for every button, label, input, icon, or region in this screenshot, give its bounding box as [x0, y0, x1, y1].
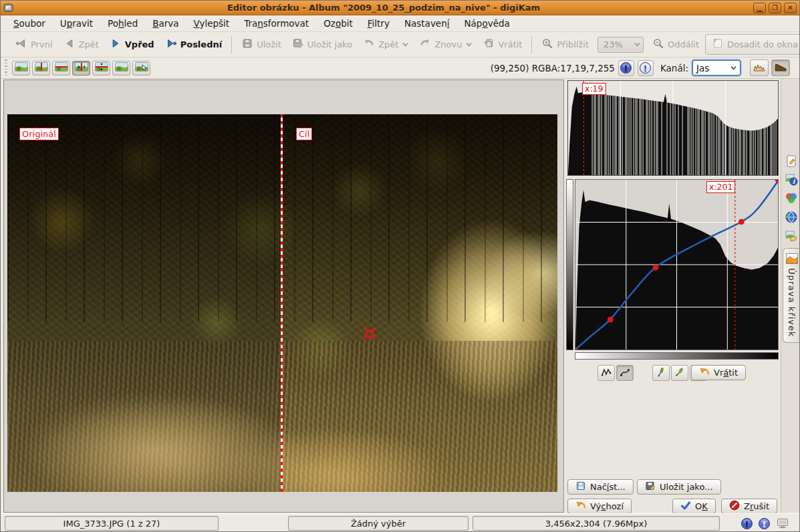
- defaults-button[interactable]: Výchozí: [567, 499, 632, 514]
- menu-enhance[interactable]: Vylepšit: [186, 16, 237, 31]
- zoom-level-value: 23%: [604, 39, 629, 49]
- split-separator-line[interactable]: [281, 114, 283, 492]
- menu-file[interactable]: Soubor: [6, 16, 53, 31]
- tool-option-bar: (99,250) RGBA:17,19,7,255 ! ! Kanál: Jas: [1, 57, 799, 79]
- first-button[interactable]: První: [11, 35, 57, 54]
- target-label: Cíl: [296, 128, 312, 140]
- status-size-info: 3,456x2,304 (7.96Mpx): [473, 516, 720, 531]
- zoom-in-button[interactable]: Přiblížit: [537, 35, 593, 54]
- undo-button[interactable]: Zpět: [358, 35, 413, 54]
- preview-mode-target-button[interactable]: [112, 61, 130, 76]
- curve-editor[interactable]: x:201: [575, 179, 779, 350]
- go-forward-icon: [110, 37, 122, 51]
- preview-mode-split-vertical-button[interactable]: [32, 61, 50, 76]
- status-bar: IMG_3733.JPG (1 z 27) Žádný výběr 3,456x…: [1, 513, 799, 532]
- sidebar-tab-captions[interactable]: i: [784, 172, 799, 187]
- zoom-in-icon: [541, 37, 553, 51]
- revert-button[interactable]: Vrátit: [478, 35, 527, 54]
- close-button[interactable]: ✕: [784, 3, 797, 13]
- sidebar-tab-metadata[interactable]: [784, 229, 799, 244]
- black-point-picker-button[interactable]: [652, 365, 670, 381]
- save-as-button[interactable]: Uložit jako: [287, 35, 357, 54]
- go-first-icon: [15, 37, 27, 51]
- output-gradient-bar: [566, 179, 573, 350]
- channel-value: Jas: [696, 63, 726, 74]
- photo-original-half[interactable]: [7, 114, 282, 492]
- linear-histogram-button[interactable]: [750, 59, 769, 76]
- chevron-down-icon: [634, 42, 640, 47]
- gray-point-picker-button[interactable]: [671, 365, 688, 381]
- preview-mode-split-horizontal-sync-button[interactable]: [92, 61, 110, 76]
- save-as-icon: [292, 37, 304, 51]
- logarithmic-histogram-button[interactable]: [771, 59, 790, 76]
- zoom-level-combo[interactable]: 23%: [597, 37, 644, 53]
- svg-text:!: !: [644, 63, 648, 74]
- go-last-icon: [165, 37, 177, 51]
- sidebar-tab-colors[interactable]: [784, 191, 799, 206]
- forward-button[interactable]: Vpřed: [105, 35, 159, 54]
- cancel-button[interactable]: Zrušit: [721, 499, 777, 514]
- menu-decorate[interactable]: Ozobit: [316, 16, 360, 31]
- free-curve-button[interactable]: [597, 365, 615, 381]
- menu-edit[interactable]: Upravit: [53, 16, 100, 31]
- original-label: Originál: [19, 128, 59, 140]
- preview-mode-split-vertical-sync-button[interactable]: [72, 61, 90, 76]
- menu-settings[interactable]: Nastavení: [397, 16, 457, 31]
- maximize-button[interactable]: ❒: [769, 3, 781, 13]
- preview-mode-buttons: [12, 61, 152, 76]
- last-button[interactable]: Poslední: [160, 35, 227, 54]
- menu-help[interactable]: Nápověda: [457, 16, 517, 31]
- ok-button[interactable]: OK: [672, 499, 716, 514]
- open-file-icon: [575, 481, 586, 493]
- geolocation-icon: [785, 211, 798, 226]
- channel-combo[interactable]: Jas: [692, 60, 741, 76]
- revert-icon: [483, 37, 495, 51]
- load-button[interactable]: Načíst...: [567, 479, 634, 495]
- linear-histogram-icon: [753, 63, 765, 74]
- redo-icon: [419, 37, 431, 51]
- redo-button[interactable]: Znovu: [414, 35, 477, 54]
- photo-preview[interactable]: Originál Cíl: [7, 114, 557, 492]
- menu-color[interactable]: Barva: [145, 16, 186, 31]
- properties-icon: [785, 154, 798, 170]
- save-icon: [241, 37, 253, 51]
- save-button[interactable]: Uložit: [237, 35, 286, 54]
- preview-mode-original-button[interactable]: [12, 61, 30, 76]
- smooth-curve-button[interactable]: [616, 365, 634, 381]
- cancel-icon: [729, 500, 740, 513]
- histogram-marker-label: x:19: [582, 83, 606, 95]
- photo-target-half[interactable]: [282, 114, 557, 492]
- underexposure-indicator-icon[interactable]: !: [740, 517, 753, 530]
- preview-mode-mouse-toggle-button[interactable]: [132, 61, 150, 76]
- zoom-out-button[interactable]: Oddálit: [648, 35, 704, 54]
- preview-mode-split-horizontal-button[interactable]: [52, 61, 70, 76]
- histogram-view[interactable]: x:19: [567, 80, 779, 176]
- reset-channel-button[interactable]: Vrátit: [691, 365, 746, 380]
- save-as-button[interactable]: Uložit jako...: [637, 479, 721, 495]
- channel-label: Kanál:: [660, 63, 688, 74]
- sidebar-tab-geolocation[interactable]: [784, 211, 799, 225]
- undo-icon: [699, 367, 710, 378]
- preview-target-icon: [115, 62, 128, 74]
- underexposure-indicator-icon[interactable]: !: [618, 60, 634, 76]
- tab-adjust-curves[interactable]: Úprava křivek: [783, 248, 800, 343]
- sidebar-tab-properties[interactable]: [784, 154, 799, 169]
- menu-filters[interactable]: Filtry: [360, 16, 397, 31]
- toolbar-items: PrvníZpětVpředPosledníUložitUložit jakoZ…: [11, 34, 800, 55]
- metadata-icon: [785, 229, 798, 245]
- right-sidebar: Úprava křivek i: [781, 79, 800, 513]
- minimize-button[interactable]: ▁: [753, 3, 766, 13]
- fit-window-button[interactable]: Dosadit do okna: [705, 34, 800, 55]
- color-sample-marker-icon: [362, 326, 377, 341]
- color-managed-view-icon[interactable]: [776, 517, 789, 530]
- toolbar-grip[interactable]: [5, 59, 7, 77]
- toolbar-separator: [531, 36, 532, 53]
- overexposure-indicator-icon[interactable]: !: [638, 60, 654, 76]
- overexposure-indicator-icon[interactable]: !: [757, 517, 771, 530]
- menu-view[interactable]: Pohled: [100, 16, 145, 31]
- dropdown-chevron-icon: [466, 42, 472, 47]
- back-button[interactable]: Zpět: [59, 35, 104, 54]
- curves-tool-icon: [786, 253, 798, 264]
- menu-transform[interactable]: Transformovat: [237, 16, 316, 31]
- tab-label: Úprava křivek: [787, 268, 797, 338]
